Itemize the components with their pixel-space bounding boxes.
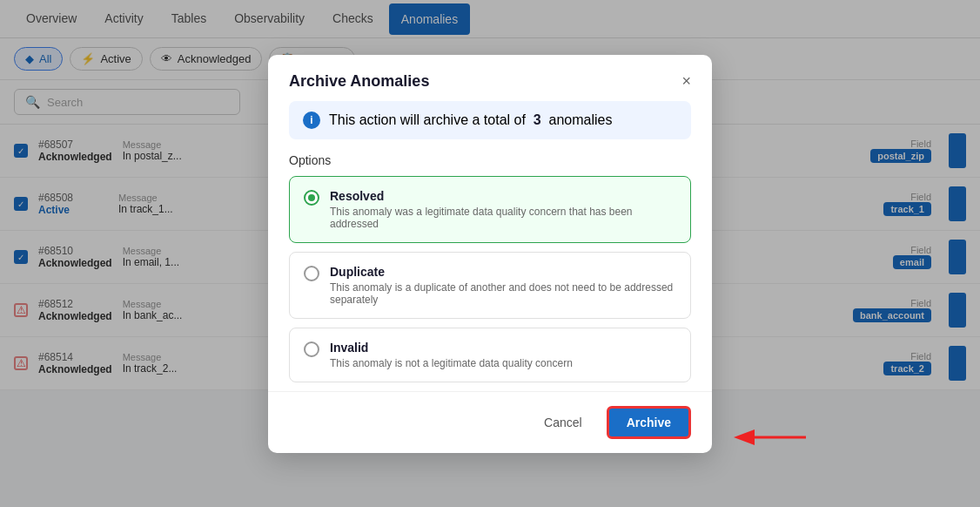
option-duplicate-title: Duplicate: [330, 265, 676, 279]
radio-resolved: [304, 190, 319, 206]
option-resolved-desc: This anomaly was a legitimate data quali…: [330, 206, 676, 230]
option-resolved-row: Resolved This anomaly was a legitimate d…: [304, 189, 676, 230]
option-duplicate[interactable]: Duplicate This anomaly is a duplicate of…: [289, 252, 691, 319]
radio-invalid: [304, 341, 319, 357]
modal-title: Archive Anomalies: [289, 72, 429, 91]
info-banner: i This action will archive a total of 3 …: [289, 101, 691, 139]
cancel-button[interactable]: Cancel: [530, 409, 596, 436]
option-duplicate-row: Duplicate This anomaly is a duplicate of…: [304, 265, 676, 306]
archive-button[interactable]: Archive: [607, 406, 691, 439]
info-suffix: anomalies: [549, 112, 613, 127]
archive-modal: Archive Anomalies × i This action will a…: [268, 55, 712, 453]
radio-duplicate: [304, 266, 319, 281]
option-invalid-title: Invalid: [330, 341, 573, 355]
option-invalid-row: Invalid This anomaly is not a legitimate…: [304, 341, 676, 369]
options-label: Options: [268, 153, 712, 176]
info-icon: i: [303, 112, 320, 129]
option-duplicate-desc: This anomaly is a duplicate of another a…: [330, 281, 676, 306]
option-invalid-desc: This anomaly is not a legitimate data qu…: [330, 357, 573, 369]
option-resolved-title: Resolved: [330, 189, 676, 203]
modal-header: Archive Anomalies ×: [268, 55, 712, 101]
option-invalid[interactable]: Invalid This anomaly is not a legitimate…: [289, 328, 691, 382]
info-text: This action will archive a total of 3 an…: [329, 112, 613, 128]
option-resolved[interactable]: Resolved This anomaly was a legitimate d…: [289, 176, 691, 243]
info-count: 3: [534, 112, 541, 127]
arrow-indicator: [732, 425, 810, 453]
option-invalid-content: Invalid This anomaly is not a legitimate…: [330, 341, 573, 369]
modal-close-button[interactable]: ×: [681, 72, 691, 91]
option-resolved-content: Resolved This anomaly was a legitimate d…: [330, 189, 676, 230]
info-prefix: This action will archive a total of: [329, 112, 526, 127]
modal-footer: Cancel Archive: [268, 391, 712, 453]
modal-overlay: Archive Anomalies × i This action will a…: [0, 0, 980, 507]
option-duplicate-content: Duplicate This anomaly is a duplicate of…: [330, 265, 676, 306]
